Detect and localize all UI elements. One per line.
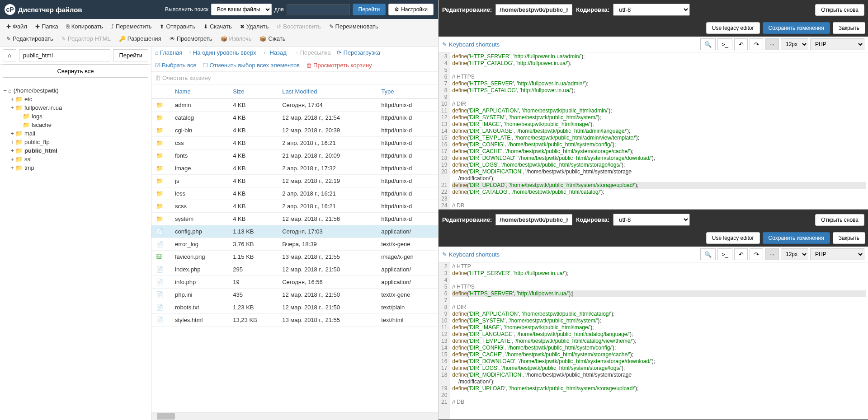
terminal-icon[interactable]: >_ (717, 38, 732, 50)
shortcuts-link-2[interactable]: ✎ Keyboard shortcuts (442, 251, 500, 258)
encoding-select-1[interactable]: utf-8 (613, 4, 690, 16)
tool-send[interactable]: ⬆ Отправить (156, 21, 198, 32)
file-row[interactable]: 📄info.php19Сегодня, 16:56application/ (151, 276, 438, 289)
nav-up[interactable]: ↑ На один уровень вверх (189, 49, 256, 56)
wrap-icon[interactable]: ↔ (765, 248, 779, 260)
lang-select-1[interactable]: PHP (810, 38, 864, 50)
search-icon[interactable]: 🔍 (700, 248, 716, 260)
col-type[interactable]: Type (377, 84, 438, 99)
file-row[interactable]: 📄error_log3,76 KBВчера, 18:39text/x-gene (151, 238, 438, 251)
encoding-label: Кодировка: (576, 216, 609, 223)
rename-icon: ✎ (329, 23, 334, 30)
col-name[interactable]: Name (170, 84, 228, 99)
tool-move[interactable]: ⤴ Переместить (108, 21, 156, 32)
tree-toggle[interactable]: + (9, 139, 15, 145)
undo-icon[interactable]: ↶ (734, 248, 748, 260)
h-scrollbar[interactable] (151, 412, 438, 420)
redo-icon[interactable]: ↷ (750, 38, 763, 50)
settings-button[interactable]: ⚙Настройки (388, 4, 434, 15)
close-button-1[interactable]: Закрыть (833, 22, 865, 34)
tree-toggle[interactable]: + (9, 104, 15, 111)
file-row[interactable]: 📄robots.txt1,23 KB12 мар. 2018 г., 21:50… (151, 301, 438, 314)
tree-toggle[interactable]: + (9, 147, 15, 154)
file-row[interactable]: 📁less4 KB2 апр. 2018 г., 16:21httpd/unix… (151, 187, 438, 200)
fontsize-select-2[interactable]: 12px (781, 248, 808, 260)
undo-icon[interactable]: ↶ (734, 38, 748, 50)
search-input[interactable] (287, 4, 350, 15)
legacy-editor-button-1[interactable]: Use legacy editor (706, 22, 760, 34)
file-row[interactable]: 📄index.php29512 мар. 2018 г., 21:50appli… (151, 263, 438, 276)
deselect-all[interactable]: ☐ Отменить выбор всех элементов (203, 62, 300, 69)
tree-toggle[interactable]: + (9, 164, 15, 171)
tool-download[interactable]: ⬇ Скачать (200, 21, 236, 32)
tool-perms[interactable]: 🔑 Разрешения (115, 33, 165, 44)
tool-view[interactable]: 👁 Просмотреть (166, 33, 216, 44)
tool-compress[interactable]: 📦 Сжать (256, 33, 289, 44)
tree-item-tmp[interactable]: +📁 tmp (2, 163, 149, 172)
tool-folder[interactable]: ✚ Папка (32, 21, 62, 32)
file-row[interactable]: 📁cgi-bin4 KB12 мар. 2018 г., 20:39httpd/… (151, 124, 438, 137)
file-row[interactable]: 📁js4 KB12 мар. 2018 г., 22:19httpd/unix-… (151, 175, 438, 187)
tree-item-etc[interactable]: +📁 etc (2, 95, 149, 103)
tool-delete[interactable]: ✖ Удалить (236, 21, 273, 32)
encoding-select-2[interactable]: utf-8 (613, 214, 690, 226)
reopen-button-2[interactable]: Открыть снова (815, 214, 864, 226)
tree-item-homebestpwtk[interactable]: −⌂ (/home/bestpwtk) (2, 86, 149, 95)
tool-edit[interactable]: ✎ Редактировать (3, 33, 57, 44)
path-input[interactable] (19, 49, 110, 61)
nav-home[interactable]: ⌂ Главная (155, 49, 182, 56)
tree-item-ssl[interactable]: +📁 ssl (2, 155, 149, 163)
col-size[interactable]: Size (228, 84, 278, 99)
file-row[interactable]: 📁scss4 KB2 апр. 2018 г., 16:21httpd/unix… (151, 200, 438, 213)
tree-item-public_ftp[interactable]: +📁 public_ftp (2, 138, 149, 146)
tree-item-fullpowerinua[interactable]: +📁 fullpower.in.ua (2, 103, 149, 112)
code-editor-1[interactable]: 345678910111213141516171819202122232425 … (439, 52, 868, 209)
lang-select-2[interactable]: PHP (810, 248, 864, 260)
nav-back[interactable]: ← Назад (263, 49, 287, 56)
file-row[interactable]: 📁fonts4 KB21 мар. 2018 г., 20:09httpd/un… (151, 149, 438, 162)
search-scope-select[interactable]: Все ваши файлы (211, 4, 272, 15)
tool-copy[interactable]: ⎘ Копировать (63, 21, 107, 32)
editor-path-1[interactable] (495, 4, 572, 15)
search-icon[interactable]: 🔍 (700, 38, 716, 50)
reopen-button-1[interactable]: Открыть снова (815, 4, 864, 16)
file-row[interactable]: 📄php.ini43512 мар. 2018 г., 21:50text/x-… (151, 289, 438, 301)
file-row[interactable]: 📄styles.html13,23 KB13 мар. 2018 г., 21:… (151, 314, 438, 327)
tree-item-logs[interactable]: 📁 logs (2, 112, 149, 121)
redo-icon[interactable]: ↷ (750, 248, 763, 260)
wrap-icon[interactable]: ↔ (765, 38, 779, 50)
file-row[interactable]: 📁image4 KB2 апр. 2018 г., 17:32httpd/uni… (151, 162, 438, 175)
tree-toggle[interactable]: − (2, 87, 8, 94)
file-row[interactable]: 📁system4 KB12 мар. 2018 г., 21:56httpd/u… (151, 213, 438, 225)
tree-toggle[interactable]: + (9, 96, 15, 103)
col-modified[interactable]: Last Modified (278, 84, 377, 99)
fontsize-select-1[interactable]: 12px (781, 38, 808, 50)
legacy-editor-button-2[interactable]: Use legacy editor (706, 232, 760, 244)
path-go-button[interactable]: Перейти (113, 49, 148, 61)
view-trash[interactable]: 🗑 Просмотреть корзину (306, 62, 372, 69)
file-row[interactable]: 📄config.php1,13 KBСегодня, 17:03applicat… (151, 225, 438, 238)
shortcuts-link-1[interactable]: ✎ Keyboard shortcuts (442, 41, 500, 48)
collapse-all-button[interactable]: Свернуть все (3, 65, 148, 78)
terminal-icon[interactable]: >_ (717, 248, 732, 260)
editor-path-2[interactable] (495, 214, 572, 225)
tree-toggle[interactable]: + (9, 156, 15, 163)
save-button-2[interactable]: Сохранить изменения (763, 232, 830, 244)
tool-file[interactable]: ✚ Файл (3, 21, 31, 32)
file-row[interactable]: 🖼favicon.png1,15 KB13 мар. 2018 г., 21:5… (151, 251, 438, 263)
tool-rename[interactable]: ✎ Переименовать (326, 21, 382, 32)
nav-reload[interactable]: ⟳ Перезагрузка (337, 49, 380, 56)
home-button[interactable]: ⌂ (3, 49, 16, 61)
tree-item-public_html[interactable]: +📁 public_html (2, 146, 149, 155)
file-row[interactable]: 📁admin4 KBСегодня, 17:04httpd/unix-d (151, 99, 438, 112)
save-button-1[interactable]: Сохранить изменения (763, 22, 830, 34)
code-editor-2[interactable]: 23456789101112131415161718192021 // HTTP… (439, 262, 868, 419)
search-go-button[interactable]: Перейти (353, 4, 386, 15)
tree-item-mail[interactable]: +📁 mail (2, 129, 149, 138)
file-row[interactable]: 📁catalog4 KB12 мар. 2018 г., 21:54httpd/… (151, 112, 438, 124)
tree-toggle[interactable]: + (9, 130, 15, 137)
close-button-2[interactable]: Закрыть (833, 232, 865, 244)
tree-item-lscache[interactable]: 📁 lscache (2, 121, 149, 129)
select-all[interactable]: ☑ Выбрать все (155, 62, 196, 69)
file-row[interactable]: 📁css4 KB2 апр. 2018 г., 16:21httpd/unix-… (151, 137, 438, 149)
